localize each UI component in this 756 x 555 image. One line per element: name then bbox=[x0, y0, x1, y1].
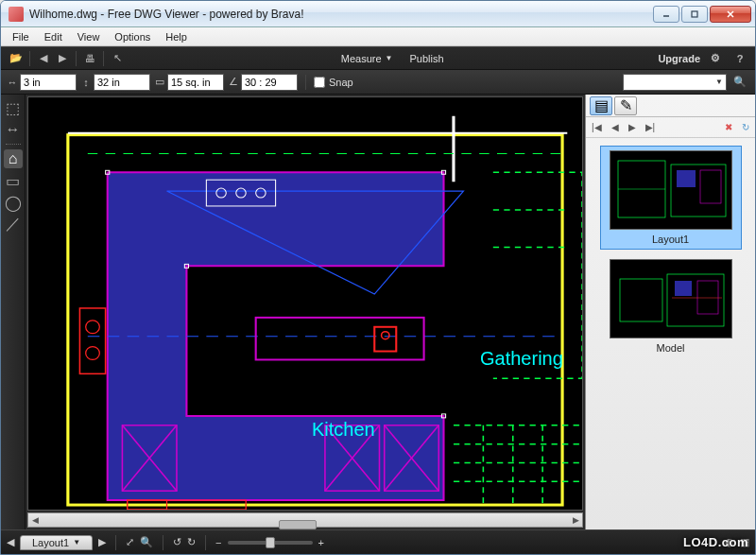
rotate-cw-icon[interactable]: ↻ bbox=[187, 536, 196, 548]
thumb-label: Model bbox=[657, 342, 685, 354]
scroll-thumb[interactable] bbox=[279, 520, 317, 529]
area-field: ▭ bbox=[154, 74, 224, 91]
separator bbox=[163, 535, 163, 550]
chevron-down-icon: ▼ bbox=[713, 78, 726, 86]
chevron-down-icon: ▼ bbox=[73, 538, 80, 546]
drawing-svg bbox=[28, 97, 582, 510]
menu-file[interactable]: File bbox=[5, 29, 37, 44]
close-button[interactable] bbox=[710, 6, 751, 23]
right-panel: ▤ ✎ |◀ ◀ ▶ ▶| ✖ ↻ bbox=[585, 95, 755, 529]
separator bbox=[6, 144, 21, 145]
separator bbox=[29, 51, 30, 66]
zoom-slider-knob[interactable] bbox=[266, 537, 275, 548]
toolbar-row-2: ↔ ↕ ▭ ∠ Snap ▼ 🔍 bbox=[1, 70, 755, 95]
nav-first-icon[interactable]: |◀ bbox=[592, 122, 602, 132]
separator bbox=[103, 51, 104, 66]
left-tool-strip: ⬚ ↔ ⌂ ▭ ◯ ／ bbox=[1, 95, 26, 529]
label-kitchen: Kitchen bbox=[312, 419, 375, 441]
app-icon bbox=[9, 7, 24, 22]
tool-rect-icon[interactable]: ▭ bbox=[4, 171, 23, 190]
thumb-layout1[interactable]: Layout1 bbox=[600, 146, 742, 250]
nav-prev-icon[interactable]: ◀ bbox=[611, 122, 619, 132]
toolbar-right: Upgrade ⚙ ? bbox=[658, 50, 749, 67]
width-icon: ↔ bbox=[7, 77, 18, 88]
tool-select-icon[interactable]: ⬚ bbox=[4, 98, 23, 117]
upgrade-link[interactable]: Upgrade bbox=[658, 53, 700, 64]
zoom-extents-icon[interactable]: ⤢ bbox=[126, 536, 134, 548]
snap-label: Snap bbox=[329, 77, 353, 88]
layout-prev-icon[interactable]: ◀ bbox=[7, 536, 14, 548]
menu-view[interactable]: View bbox=[70, 29, 108, 44]
separator bbox=[305, 75, 306, 90]
area-input[interactable] bbox=[167, 74, 224, 91]
watermark: LO4D.com bbox=[683, 535, 748, 549]
svg-rect-44 bbox=[610, 260, 732, 338]
canvas-wrap: Kitchen Gathering ◀ ▶ bbox=[26, 95, 585, 529]
drawing-canvas[interactable]: Kitchen Gathering bbox=[27, 96, 583, 511]
tool-line-icon[interactable]: ／ bbox=[4, 215, 23, 234]
open-icon[interactable]: 📂 bbox=[7, 50, 26, 67]
layout-tab[interactable]: Layout1 ▼ bbox=[20, 535, 93, 550]
window-title: Wilhome.dwg - Free DWG Viewer - powered … bbox=[29, 8, 651, 21]
thumb-image bbox=[610, 150, 732, 230]
width-input[interactable] bbox=[20, 74, 77, 91]
thumbnails: Layout1 Model bbox=[586, 138, 755, 529]
separator bbox=[76, 51, 77, 66]
tool-circle-icon[interactable]: ◯ bbox=[4, 193, 23, 212]
height-input[interactable] bbox=[94, 74, 150, 91]
scroll-right-icon[interactable]: ▶ bbox=[569, 513, 582, 527]
tab-pages-icon[interactable]: ▤ bbox=[590, 96, 612, 115]
height-icon: ↕ bbox=[80, 77, 92, 88]
toolbar-row-1: 📂 ◀ ▶ 🖶 ↖ Measure ▼ Publish Upgrade ⚙ ? bbox=[1, 47, 755, 70]
svg-rect-13 bbox=[256, 318, 424, 360]
zoom-window-icon[interactable]: 🔍 bbox=[140, 536, 153, 548]
search-icon[interactable]: 🔍 bbox=[730, 74, 749, 91]
pointer-icon[interactable]: ↖ bbox=[108, 50, 127, 67]
tool-home-icon[interactable]: ⌂ bbox=[4, 149, 23, 168]
nav-back-icon[interactable]: ◀ bbox=[34, 50, 53, 67]
label-gathering: Gathering bbox=[480, 348, 563, 370]
window-buttons bbox=[651, 6, 751, 23]
layer-combo[interactable]: ▼ bbox=[623, 74, 727, 91]
layout-next-icon[interactable]: ▶ bbox=[98, 536, 106, 548]
svg-rect-16 bbox=[79, 308, 105, 373]
menubar: File Edit View Options Help bbox=[1, 27, 755, 46]
print-icon[interactable]: 🖶 bbox=[80, 50, 99, 67]
svg-rect-1 bbox=[692, 11, 697, 17]
area-icon: ▭ bbox=[154, 77, 165, 88]
nav-refresh-icon[interactable]: ↻ bbox=[742, 122, 749, 132]
toolbar-center: Measure ▼ Publish bbox=[127, 53, 658, 64]
settings-icon[interactable]: ⚙ bbox=[706, 50, 725, 67]
titlebar[interactable]: Wilhome.dwg - Free DWG Viewer - powered … bbox=[1, 1, 755, 27]
zoom-slider[interactable] bbox=[228, 541, 313, 545]
publish-menu[interactable]: Publish bbox=[410, 53, 444, 64]
snap-checkbox[interactable]: Snap bbox=[314, 77, 353, 88]
thumb-nav: |◀ ◀ ▶ ▶| ✖ ↻ bbox=[586, 117, 755, 138]
measure-menu[interactable]: Measure bbox=[341, 53, 382, 64]
svg-point-18 bbox=[86, 347, 100, 360]
menu-help[interactable]: Help bbox=[158, 29, 195, 44]
top-toolbar: 📂 ◀ ▶ 🖶 ↖ Measure ▼ Publish Upgrade ⚙ ? … bbox=[1, 46, 755, 95]
nav-forward-icon[interactable]: ▶ bbox=[53, 50, 72, 67]
minimize-button[interactable] bbox=[653, 6, 679, 23]
nav-delete-icon[interactable]: ✖ bbox=[725, 122, 732, 132]
angle-input[interactable] bbox=[241, 74, 298, 91]
tool-pan-icon[interactable]: ↔ bbox=[4, 120, 23, 139]
thumb-model[interactable]: Model bbox=[600, 255, 742, 357]
tab-markup-icon[interactable]: ✎ bbox=[614, 96, 637, 115]
svg-point-17 bbox=[86, 321, 100, 334]
menu-options[interactable]: Options bbox=[107, 29, 158, 44]
scroll-left-icon[interactable]: ◀ bbox=[28, 513, 42, 527]
nav-last-icon[interactable]: ▶| bbox=[645, 122, 656, 132]
snap-checkbox-input[interactable] bbox=[314, 77, 325, 88]
nav-next-icon[interactable]: ▶ bbox=[628, 122, 636, 132]
help-icon[interactable]: ? bbox=[730, 50, 749, 67]
zoom-in-icon[interactable]: + bbox=[318, 537, 324, 548]
zoom-out-icon[interactable]: − bbox=[215, 537, 221, 548]
rotate-ccw-icon[interactable]: ↺ bbox=[173, 536, 181, 548]
main-area: ⬚ ↔ ⌂ ▭ ◯ ／ bbox=[1, 95, 755, 529]
maximize-button[interactable] bbox=[681, 6, 708, 23]
thumb-image bbox=[610, 259, 732, 338]
canvas-horizontal-scrollbar[interactable]: ◀ ▶ bbox=[27, 512, 583, 528]
menu-edit[interactable]: Edit bbox=[37, 29, 70, 44]
